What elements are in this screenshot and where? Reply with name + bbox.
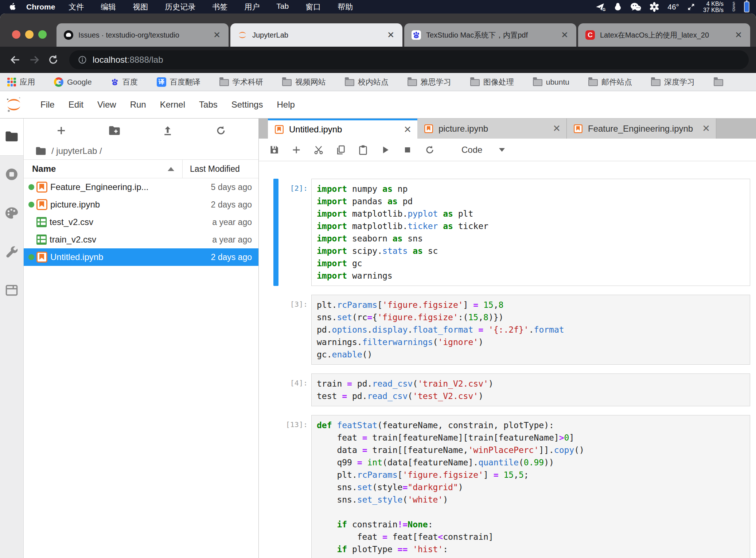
file-row[interactable]: Untitled.ipynb2 days ago (24, 248, 258, 266)
macos-menu-历史记录[interactable]: 历史记录 (156, 2, 204, 12)
bookmark-item[interactable]: du百度 (111, 77, 138, 87)
wechat-icon[interactable] (630, 2, 641, 12)
cell-collapser[interactable] (273, 295, 278, 365)
paper-plane-icon[interactable]: G (595, 2, 606, 12)
code-line: def featStat(featureName, constrain, plo… (317, 419, 745, 431)
restart-kernel-button[interactable] (425, 145, 435, 155)
new-launcher-button[interactable] (52, 121, 70, 140)
qq-icon[interactable] (613, 2, 622, 12)
jupyterlab-menu-help[interactable]: Help (270, 100, 301, 110)
stop-kernel-button[interactable] (402, 145, 413, 155)
macos-app-name[interactable]: Chrome (26, 3, 55, 11)
save-button[interactable] (269, 145, 279, 155)
paste-cells-button[interactable] (358, 145, 368, 155)
browser-tab[interactable]: Issues · texstudio-org/texstudio✕ (56, 23, 229, 47)
bookmark-item[interactable]: 视频网站 (282, 77, 326, 87)
zoom-window-button[interactable] (38, 30, 47, 39)
jupyterlab-menu-edit[interactable]: Edit (62, 100, 90, 110)
code-cell-editor[interactable]: train = pd.read_csv('train_V2.csv')test … (311, 373, 750, 406)
document-tab[interactable]: picture.ipynb✕ (417, 119, 567, 139)
close-window-button[interactable] (12, 30, 20, 39)
browser-tab[interactable]: CLatex在MacOs上的使用_latex_20✕ (578, 23, 750, 47)
bookmark-item[interactable]: ubuntu (533, 78, 569, 86)
code-cell-editor[interactable]: def featStat(featureName, constrain, plo… (311, 415, 750, 558)
macos-menu-文件[interactable]: 文件 (60, 2, 92, 12)
jupyterlab-menu-file[interactable]: File (34, 100, 62, 110)
network-speed-status[interactable]: 4 KB/s 37 KB/s (703, 1, 724, 13)
bookmark-item[interactable]: Google (54, 77, 92, 87)
reload-button[interactable] (45, 52, 61, 68)
macos-menu-窗口[interactable]: 窗口 (297, 2, 329, 12)
tab-close-icon[interactable]: ✕ (212, 30, 222, 40)
code-cell-editor[interactable]: import numpy as npimport pandas as pdimp… (311, 179, 750, 286)
cell-collapser[interactable] (273, 179, 278, 286)
code-cell-editor[interactable]: plt.rcParams['figure.figsize'] = 15,8sns… (311, 295, 750, 365)
macos-menu-Tab[interactable]: Tab (268, 2, 297, 12)
file-row[interactable]: Feature_Engineering.ip...5 days ago (24, 178, 258, 196)
refresh-button[interactable] (212, 121, 230, 140)
document-tab[interactable]: Feature_Engineering.ipynb✕ (567, 119, 716, 139)
insert-cell-button[interactable] (291, 145, 301, 155)
macos-menu-书签[interactable]: 书签 (204, 2, 236, 12)
macos-menu-编辑[interactable]: 编辑 (92, 2, 124, 12)
sidebar-tab-settings[interactable] (0, 233, 23, 272)
jupyterlab-menu-view[interactable]: View (90, 100, 123, 110)
tab-close-icon[interactable]: ✕ (698, 123, 710, 134)
copy-cells-button[interactable] (336, 145, 346, 155)
temperature-status[interactable]: 46° (667, 3, 679, 11)
back-button[interactable] (7, 52, 23, 68)
sidebar-tab-running[interactable] (0, 156, 23, 194)
file-row[interactable]: test_v2.csva year ago (24, 213, 258, 231)
forward-button[interactable] (26, 52, 42, 68)
fan-icon[interactable] (649, 2, 659, 12)
cut-cells-button[interactable] (313, 145, 324, 155)
tab-close-icon[interactable]: ✕ (733, 30, 744, 40)
run-cell-button[interactable] (380, 145, 390, 155)
jupyterlab-menu-run[interactable]: Run (123, 100, 153, 110)
bookmark-item[interactable]: 雅思学习 (408, 77, 451, 87)
browser-tab[interactable]: JupyterLab✕ (230, 23, 402, 47)
home-folder-icon[interactable] (35, 147, 46, 155)
battery-icon[interactable] (744, 1, 749, 12)
site-info-icon[interactable] (78, 55, 87, 64)
apple-icon[interactable] (9, 3, 16, 11)
jupyterlab-menu-kernel[interactable]: Kernel (153, 100, 192, 110)
file-row[interactable]: train_v2.csva year ago (24, 231, 258, 248)
bookmark-item[interactable]: 图像处理 (470, 77, 514, 87)
bookmark-item[interactable]: 深度学习 (651, 77, 695, 87)
breadcrumb[interactable]: / jupyterLab / (24, 143, 258, 159)
browser-tab[interactable]: duTexStudio Mac系统下，内置pdf✕ (404, 23, 576, 47)
cell-collapser[interactable] (273, 415, 278, 558)
column-header-name[interactable]: Name (24, 164, 182, 174)
arrows-icon[interactable] (687, 3, 695, 11)
bookmark-item[interactable] (714, 78, 723, 86)
bookmark-item[interactable]: 译百度翻译 (157, 77, 200, 87)
cell-type-dropdown[interactable]: Code (456, 143, 510, 157)
tab-close-icon[interactable]: ✕ (400, 124, 412, 135)
chrome-tabstrip: Issues · texstudio-org/texstudio✕Jupyter… (0, 13, 756, 47)
tab-close-icon[interactable]: ✕ (560, 30, 570, 40)
tab-close-icon[interactable]: ✕ (549, 123, 561, 134)
new-folder-button[interactable] (105, 121, 124, 140)
cell-collapser[interactable] (273, 373, 278, 406)
bookmark-item[interactable]: 应用 (7, 77, 35, 87)
bookmark-item[interactable]: 邮件站点 (588, 77, 632, 87)
column-header-modified[interactable]: Last Modified (183, 164, 258, 174)
minimize-window-button[interactable] (25, 30, 34, 39)
upload-button[interactable] (159, 121, 177, 140)
jupyterlab-menu-tabs[interactable]: Tabs (192, 100, 225, 110)
file-row[interactable]: picture.ipynb2 days ago (24, 196, 258, 213)
bookmark-item[interactable]: 学术科研 (219, 77, 263, 87)
address-omnibox[interactable]: localhost:8888/lab (69, 50, 749, 69)
jupyterlab-menu-settings[interactable]: Settings (225, 100, 270, 110)
ssd-status[interactable]: SSD (732, 2, 736, 12)
macos-menu-视图[interactable]: 视图 (124, 2, 156, 12)
sidebar-tab-filebrowser[interactable] (0, 119, 23, 156)
sidebar-tab-opentabs[interactable] (0, 272, 23, 310)
macos-menu-帮助[interactable]: 帮助 (329, 2, 361, 12)
tab-close-icon[interactable]: ✕ (386, 30, 396, 40)
bookmark-item[interactable]: 校内站点 (345, 77, 389, 87)
macos-menu-用户[interactable]: 用户 (236, 2, 268, 12)
document-tab[interactable]: Untitled.ipynb✕ (268, 119, 417, 139)
sidebar-tab-commands[interactable] (0, 194, 23, 233)
